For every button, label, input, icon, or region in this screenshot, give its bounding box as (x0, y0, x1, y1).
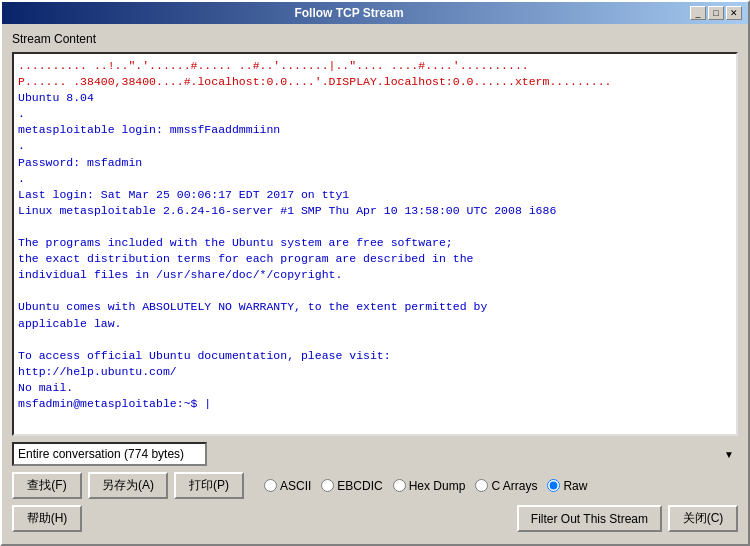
stream-line: msfadmin@metasploitable:~$ | (18, 396, 732, 412)
stream-line: http://help.ubuntu.com/ (18, 364, 732, 380)
stream-line: . (18, 106, 732, 122)
radio-ascii[interactable]: ASCII (264, 479, 311, 493)
radio-raw-label: Raw (563, 479, 587, 493)
maximize-button[interactable]: □ (708, 6, 724, 20)
stream-line (18, 283, 732, 299)
conversation-dropdown-row: Entire conversation (774 bytes) (12, 442, 738, 466)
radio-hexdump-label: Hex Dump (409, 479, 466, 493)
stream-line: Linux metasploitable 2.6.24-16-server #1… (18, 203, 732, 219)
stream-label: Stream Content (12, 32, 738, 46)
radio-hexdump-input[interactable] (393, 479, 406, 492)
stream-line: Ubuntu 8.04 (18, 90, 732, 106)
stream-line: .......... ..!..".'......#..... ..#..'..… (18, 58, 732, 74)
stream-line: P...... .38400,38400....#.localhost:0.0.… (18, 74, 732, 90)
content-area: Stream Content .......... ..!..".'......… (2, 24, 748, 544)
save-as-button[interactable]: 另存为(A) (88, 472, 168, 499)
stream-line: . (18, 138, 732, 154)
print-button[interactable]: 打印(P) (174, 472, 244, 499)
title-bar: Follow TCP Stream _ □ ✕ (2, 2, 748, 24)
stream-line (18, 219, 732, 235)
radio-carrays-label: C Arrays (491, 479, 537, 493)
help-button[interactable]: 帮助(H) (12, 505, 82, 532)
encoding-radio-row: 查找(F) 另存为(A) 打印(P) ASCII EBCDIC Hex Dump (12, 472, 738, 499)
stream-line: Password: msfadmin (18, 155, 732, 171)
find-button[interactable]: 查找(F) (12, 472, 82, 499)
bottom-right-buttons: Filter Out This Stream 关闭(C) (517, 505, 738, 532)
filter-out-button[interactable]: Filter Out This Stream (517, 505, 662, 532)
stream-line: Ubuntu comes with ABSOLUTELY NO WARRANTY… (18, 299, 732, 315)
radio-ascii-label: ASCII (280, 479, 311, 493)
stream-line (18, 332, 732, 348)
radio-raw-input[interactable] (547, 479, 560, 492)
radio-hexdump[interactable]: Hex Dump (393, 479, 466, 493)
stream-line: No mail. (18, 380, 732, 396)
conversation-dropdown[interactable]: Entire conversation (774 bytes) (12, 442, 207, 466)
window-title: Follow TCP Stream (8, 6, 690, 20)
main-window: Follow TCP Stream _ □ ✕ Stream Content .… (0, 0, 750, 546)
stream-line: the exact distribution terms for each pr… (18, 251, 732, 267)
stream-line: . (18, 171, 732, 187)
radio-ebcdic[interactable]: EBCDIC (321, 479, 382, 493)
radio-carrays[interactable]: C Arrays (475, 479, 537, 493)
radio-group: ASCII EBCDIC Hex Dump C Arrays Raw (264, 479, 587, 493)
stream-line: applicable law. (18, 316, 732, 332)
minimize-button[interactable]: _ (690, 6, 706, 20)
close-button[interactable]: ✕ (726, 6, 742, 20)
stream-line: The programs included with the Ubuntu sy… (18, 235, 732, 251)
radio-carrays-input[interactable] (475, 479, 488, 492)
window-controls: _ □ ✕ (690, 6, 742, 20)
stream-line: individual files in /usr/share/doc/*/cop… (18, 267, 732, 283)
bottom-left-buttons: 帮助(H) (12, 505, 82, 532)
bottom-row: 帮助(H) Filter Out This Stream 关闭(C) (12, 505, 738, 536)
action-buttons-top: 查找(F) 另存为(A) 打印(P) (12, 472, 244, 499)
stream-content-box[interactable]: .......... ..!..".'......#..... ..#..'..… (12, 52, 738, 436)
close-dialog-button[interactable]: 关闭(C) (668, 505, 738, 532)
conversation-dropdown-wrapper: Entire conversation (774 bytes) (12, 442, 738, 466)
stream-line: Last login: Sat Mar 25 00:06:17 EDT 2017… (18, 187, 732, 203)
stream-line: metasploitable login: mmssfFaaddmmiinn (18, 122, 732, 138)
radio-ascii-input[interactable] (264, 479, 277, 492)
stream-line: To access official Ubuntu documentation,… (18, 348, 732, 364)
radio-raw[interactable]: Raw (547, 479, 587, 493)
radio-ebcdic-input[interactable] (321, 479, 334, 492)
radio-ebcdic-label: EBCDIC (337, 479, 382, 493)
